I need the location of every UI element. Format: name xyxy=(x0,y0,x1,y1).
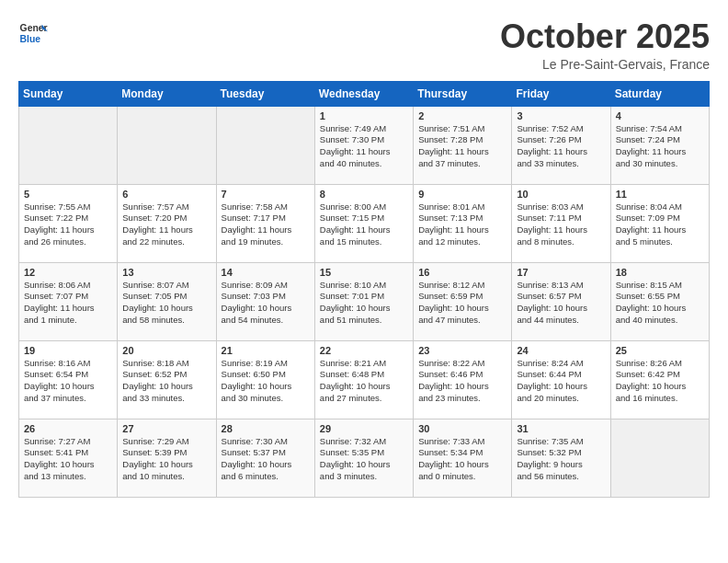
calendar-cell: 31Sunrise: 7:35 AM Sunset: 5:32 PM Dayli… xyxy=(512,419,610,497)
calendar-cell: 20Sunrise: 8:18 AM Sunset: 6:52 PM Dayli… xyxy=(118,340,216,419)
day-number: 3 xyxy=(517,110,605,121)
day-info: Sunrise: 7:55 AM Sunset: 7:22 PM Dayligh… xyxy=(24,201,112,248)
logo: General Blue xyxy=(18,18,48,48)
day-number: 24 xyxy=(517,345,605,356)
calendar-cell: 21Sunrise: 8:19 AM Sunset: 6:50 PM Dayli… xyxy=(216,340,314,419)
calendar-cell: 24Sunrise: 8:24 AM Sunset: 6:44 PM Dayli… xyxy=(512,340,610,419)
calendar-cell: 23Sunrise: 8:22 AM Sunset: 6:46 PM Dayli… xyxy=(414,340,512,419)
calendar-cell xyxy=(610,419,709,497)
day-info: Sunrise: 7:27 AM Sunset: 5:41 PM Dayligh… xyxy=(24,436,112,483)
calendar-cell: 18Sunrise: 8:15 AM Sunset: 6:55 PM Dayli… xyxy=(610,262,709,340)
day-info: Sunrise: 8:07 AM Sunset: 7:05 PM Dayligh… xyxy=(122,280,210,327)
calendar-cell xyxy=(118,106,216,184)
day-info: Sunrise: 7:57 AM Sunset: 7:20 PM Dayligh… xyxy=(122,201,210,248)
calendar-cell: 9Sunrise: 8:01 AM Sunset: 7:13 PM Daylig… xyxy=(414,184,512,262)
calendar-cell: 6Sunrise: 7:57 AM Sunset: 7:20 PM Daylig… xyxy=(118,184,216,262)
day-info: Sunrise: 7:32 AM Sunset: 5:35 PM Dayligh… xyxy=(320,436,408,483)
day-info: Sunrise: 8:09 AM Sunset: 7:03 PM Dayligh… xyxy=(222,280,310,327)
calendar-cell: 2Sunrise: 7:51 AM Sunset: 7:28 PM Daylig… xyxy=(414,106,512,184)
day-info: Sunrise: 8:18 AM Sunset: 6:52 PM Dayligh… xyxy=(122,358,210,405)
day-info: Sunrise: 7:29 AM Sunset: 5:39 PM Dayligh… xyxy=(122,436,210,483)
logo-icon: General Blue xyxy=(18,18,48,48)
title-block: October 2025 Le Pre-Saint-Gervais, Franc… xyxy=(500,18,710,72)
day-number: 16 xyxy=(418,267,506,278)
day-number: 5 xyxy=(24,189,112,200)
day-info: Sunrise: 8:22 AM Sunset: 6:46 PM Dayligh… xyxy=(418,358,506,405)
day-number: 23 xyxy=(418,345,506,356)
week-row-3: 12Sunrise: 8:06 AM Sunset: 7:07 PM Dayli… xyxy=(19,262,710,340)
day-info: Sunrise: 7:58 AM Sunset: 7:17 PM Dayligh… xyxy=(222,201,310,248)
day-info: Sunrise: 8:24 AM Sunset: 6:44 PM Dayligh… xyxy=(517,358,605,405)
day-number: 11 xyxy=(616,189,704,200)
day-number: 18 xyxy=(616,267,704,278)
col-header-tuesday: Tuesday xyxy=(216,81,314,106)
day-info: Sunrise: 8:19 AM Sunset: 6:50 PM Dayligh… xyxy=(222,358,310,405)
day-info: Sunrise: 7:54 AM Sunset: 7:24 PM Dayligh… xyxy=(616,123,704,170)
day-info: Sunrise: 8:12 AM Sunset: 6:59 PM Dayligh… xyxy=(418,280,506,327)
day-info: Sunrise: 8:10 AM Sunset: 7:01 PM Dayligh… xyxy=(320,280,408,327)
day-number: 27 xyxy=(122,423,210,434)
day-info: Sunrise: 8:04 AM Sunset: 7:09 PM Dayligh… xyxy=(616,201,704,248)
calendar-cell: 22Sunrise: 8:21 AM Sunset: 6:48 PM Dayli… xyxy=(314,340,413,419)
calendar-cell: 3Sunrise: 7:52 AM Sunset: 7:26 PM Daylig… xyxy=(512,106,610,184)
day-number: 12 xyxy=(24,267,112,278)
header: General Blue October 2025 Le Pre-Saint-G… xyxy=(18,18,710,72)
day-info: Sunrise: 7:30 AM Sunset: 5:37 PM Dayligh… xyxy=(222,436,310,483)
month-title: October 2025 xyxy=(500,18,710,55)
calendar-cell: 17Sunrise: 8:13 AM Sunset: 6:57 PM Dayli… xyxy=(512,262,610,340)
calendar-cell: 13Sunrise: 8:07 AM Sunset: 7:05 PM Dayli… xyxy=(118,262,216,340)
day-info: Sunrise: 8:01 AM Sunset: 7:13 PM Dayligh… xyxy=(418,201,506,248)
day-number: 22 xyxy=(320,345,408,356)
col-header-sunday: Sunday xyxy=(19,81,118,106)
day-info: Sunrise: 8:13 AM Sunset: 6:57 PM Dayligh… xyxy=(517,280,605,327)
day-info: Sunrise: 7:51 AM Sunset: 7:28 PM Dayligh… xyxy=(418,123,506,170)
day-info: Sunrise: 7:35 AM Sunset: 5:32 PM Dayligh… xyxy=(517,436,605,483)
day-number: 26 xyxy=(24,423,112,434)
week-row-1: 1Sunrise: 7:49 AM Sunset: 7:30 PM Daylig… xyxy=(19,106,710,184)
day-number: 7 xyxy=(222,189,310,200)
day-info: Sunrise: 8:06 AM Sunset: 7:07 PM Dayligh… xyxy=(24,280,112,327)
day-number: 4 xyxy=(616,110,704,121)
col-header-wednesday: Wednesday xyxy=(314,81,413,106)
calendar-cell: 16Sunrise: 8:12 AM Sunset: 6:59 PM Dayli… xyxy=(414,262,512,340)
calendar-cell: 19Sunrise: 8:16 AM Sunset: 6:54 PM Dayli… xyxy=(19,340,118,419)
calendar-cell: 26Sunrise: 7:27 AM Sunset: 5:41 PM Dayli… xyxy=(19,419,118,497)
week-row-5: 26Sunrise: 7:27 AM Sunset: 5:41 PM Dayli… xyxy=(19,419,710,497)
day-info: Sunrise: 8:16 AM Sunset: 6:54 PM Dayligh… xyxy=(24,358,112,405)
calendar-cell: 15Sunrise: 8:10 AM Sunset: 7:01 PM Dayli… xyxy=(314,262,413,340)
day-number: 29 xyxy=(320,423,408,434)
day-info: Sunrise: 7:33 AM Sunset: 5:34 PM Dayligh… xyxy=(418,436,506,483)
day-number: 17 xyxy=(517,267,605,278)
calendar-cell: 10Sunrise: 8:03 AM Sunset: 7:11 PM Dayli… xyxy=(512,184,610,262)
col-header-monday: Monday xyxy=(118,81,216,106)
col-header-saturday: Saturday xyxy=(610,81,709,106)
day-number: 30 xyxy=(418,423,506,434)
calendar-cell: 14Sunrise: 8:09 AM Sunset: 7:03 PM Dayli… xyxy=(216,262,314,340)
calendar-page: General Blue October 2025 Le Pre-Saint-G… xyxy=(0,0,728,516)
calendar-cell: 7Sunrise: 7:58 AM Sunset: 7:17 PM Daylig… xyxy=(216,184,314,262)
day-info: Sunrise: 7:49 AM Sunset: 7:30 PM Dayligh… xyxy=(320,123,408,170)
day-info: Sunrise: 8:00 AM Sunset: 7:15 PM Dayligh… xyxy=(320,201,408,248)
header-row: SundayMondayTuesdayWednesdayThursdayFrid… xyxy=(19,81,710,106)
calendar-cell: 28Sunrise: 7:30 AM Sunset: 5:37 PM Dayli… xyxy=(216,419,314,497)
svg-text:Blue: Blue xyxy=(20,34,41,44)
week-row-4: 19Sunrise: 8:16 AM Sunset: 6:54 PM Dayli… xyxy=(19,340,710,419)
col-header-thursday: Thursday xyxy=(414,81,512,106)
calendar-table: SundayMondayTuesdayWednesdayThursdayFrid… xyxy=(18,81,710,498)
location: Le Pre-Saint-Gervais, France xyxy=(500,57,710,72)
day-number: 15 xyxy=(320,267,408,278)
day-number: 9 xyxy=(418,189,506,200)
day-number: 20 xyxy=(122,345,210,356)
calendar-cell: 11Sunrise: 8:04 AM Sunset: 7:09 PM Dayli… xyxy=(610,184,709,262)
calendar-cell: 29Sunrise: 7:32 AM Sunset: 5:35 PM Dayli… xyxy=(314,419,413,497)
day-number: 1 xyxy=(320,110,408,121)
day-number: 31 xyxy=(517,423,605,434)
day-number: 13 xyxy=(122,267,210,278)
day-number: 14 xyxy=(222,267,310,278)
day-info: Sunrise: 8:21 AM Sunset: 6:48 PM Dayligh… xyxy=(320,358,408,405)
day-info: Sunrise: 7:52 AM Sunset: 7:26 PM Dayligh… xyxy=(517,123,605,170)
calendar-cell: 8Sunrise: 8:00 AM Sunset: 7:15 PM Daylig… xyxy=(314,184,413,262)
col-header-friday: Friday xyxy=(512,81,610,106)
day-number: 25 xyxy=(616,345,704,356)
calendar-cell: 12Sunrise: 8:06 AM Sunset: 7:07 PM Dayli… xyxy=(19,262,118,340)
